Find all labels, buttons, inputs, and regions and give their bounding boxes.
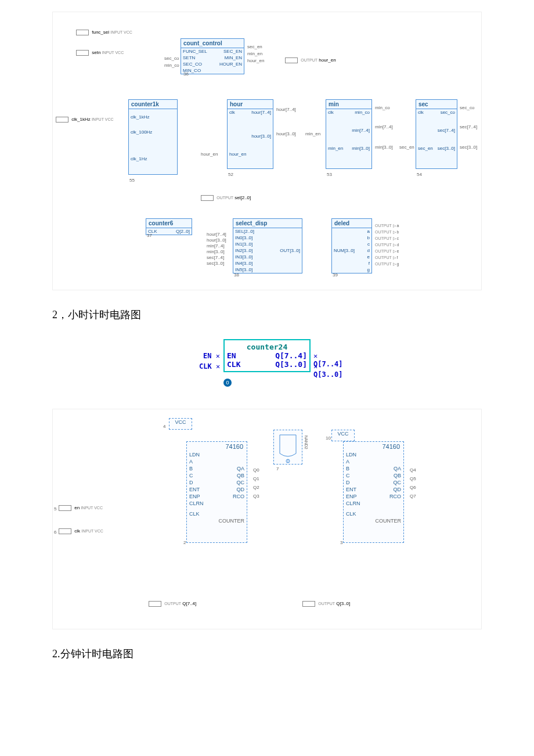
in-h74: hour[7..4]: [207, 232, 226, 237]
in-m74: min[7..4]: [207, 243, 225, 249]
ext-en: EN ✕: [203, 352, 220, 360]
id-vcc1: 4: [163, 424, 165, 429]
count-control-title: count_control: [181, 39, 244, 48]
q3: Q3: [253, 494, 259, 499]
id-0: 0: [223, 379, 232, 387]
pin-setn: setn INPUT VCC: [76, 50, 124, 56]
ext-clk: CLK ✕: [199, 362, 220, 370]
output-sel: OUTPUT sel[2..0]: [201, 195, 251, 201]
id-39: 39: [333, 272, 338, 278]
id-52: 52: [228, 172, 233, 177]
q0: Q0: [253, 467, 259, 473]
nand-icon: [274, 430, 302, 464]
q4: Q4: [410, 467, 416, 473]
chip-74160-left: 74160 LDN A BQA CQB DQC ENTQD ENPRCO CLR…: [186, 441, 247, 543]
wire-mco: min_co: [375, 105, 390, 110]
counter24-block: counter24 ENQ[7..4] CLKQ[3..0] EN ✕ CLK …: [192, 333, 342, 391]
pin-clk: clk INPUT VCC: [59, 528, 103, 534]
wire-h30: hour[3..0]: [276, 131, 296, 136]
block-counter6: counter6 CLKQ[2..0]: [146, 218, 192, 235]
heading-minute-circuit: 2.分钟计时电路图: [52, 647, 482, 661]
chip1-name: 74160: [187, 442, 247, 451]
top-schematic: func_sel INPUT VCC setn INPUT VCC clk_1k…: [52, 12, 482, 290]
select-disp-title: select_disp: [233, 219, 302, 228]
outputs-ag: OUTPUT ▷ a OUTPUT ▷ b OUTPUT ▷ c OUTPUT …: [375, 222, 399, 267]
block-count-control: count_control FUNC_SELSEC_EN SETNMIN_EN …: [181, 38, 244, 74]
wire-m74: min[7..4]: [375, 124, 393, 129]
in-h30: hour[3..0]: [207, 237, 226, 243]
id-en: 5: [54, 506, 56, 512]
heading-hour-circuit: 2，小时计时电路图: [52, 308, 482, 322]
output-q74: OUTPUT Q[7..4]: [149, 601, 196, 607]
circuit-74160: VCC 4 VCC 10 NAND2 7 74160 LDN A BQA CQB…: [52, 409, 482, 629]
id-chip2: 3: [340, 540, 342, 545]
in-s30: sec[3..0]: [207, 261, 224, 266]
id-clk: 6: [54, 530, 56, 535]
chip-74160-right: 74160 LDN A BQA CQB DQC ENTQD ENPRCO CLR…: [343, 441, 404, 543]
id-37: 37: [147, 233, 152, 238]
wire-sco: sec_co: [460, 105, 474, 110]
min-title: min: [326, 100, 371, 109]
output-hour-en: OUTPUT hour_en: [285, 57, 336, 63]
q7: Q7: [410, 494, 416, 499]
q6: Q6: [410, 485, 416, 490]
wire-h74: hour[7..4]: [276, 107, 296, 112]
wire-min-en: min_en: [247, 51, 262, 56]
q2: Q2: [253, 485, 259, 490]
wire-s74: sec[7..4]: [460, 124, 477, 129]
output-q30: OUTPUT Q[3..0]: [302, 601, 350, 607]
block-hour: hour clkhour[7..4] hour[3..0] hour_en: [227, 99, 273, 169]
pin-en: en INPUT VCC: [59, 505, 103, 511]
wire-sec-en: sec_en: [247, 44, 262, 49]
block-min: min clkmin_co min[7..4] min_enmin[3..0]: [326, 99, 372, 169]
q5: Q5: [410, 476, 416, 481]
block-counter1k: counter1k clk_1kHz clk_100Hz clk_1Hz: [128, 99, 178, 175]
wire-sec-en2: sec_en: [399, 145, 414, 150]
hour-title: hour: [228, 100, 273, 109]
wire-min-co: min_co: [164, 63, 179, 68]
wire-s30: sec[3..0]: [460, 145, 477, 150]
counter6-title: counter6: [146, 219, 192, 228]
id-vcc2: 10: [326, 435, 331, 441]
id-36: 36: [183, 71, 189, 77]
block-deled: deled a b c NUM[3..0]d e f g: [331, 218, 372, 273]
id-38: 38: [234, 272, 239, 278]
nand-gate: [273, 430, 302, 465]
id-55: 55: [129, 178, 135, 183]
pin-func-sel: func_sel INPUT VCC: [76, 30, 132, 35]
wire-min-en2: min_en: [305, 131, 320, 136]
vcc-1: VCC: [169, 418, 192, 430]
block-select-disp: select_disp SEL[2..0] IN0[3..0] IN1[3..0…: [233, 218, 302, 273]
counter24-title: counter24: [227, 343, 307, 351]
id-nand: 7: [276, 466, 279, 471]
id-chip1: 2: [183, 540, 186, 545]
wire-hour-en: hour_en: [247, 58, 264, 63]
counter1k-title: counter1k: [129, 100, 177, 109]
wire-m30: min[3..0]: [375, 145, 393, 150]
ext-q30: ✕ Q[3..0]: [313, 362, 343, 379]
block-sec: sec clksec_co sec[7..4] sec_ensec[3..0]: [416, 99, 457, 169]
wire-sec-co: sec_co: [164, 56, 179, 61]
pin-clk-1khz: clk_1kHz INPUT VCC: [56, 117, 114, 123]
in-m30: min[3..0]: [207, 249, 225, 254]
vcc-2: VCC: [331, 430, 355, 441]
id-53: 53: [327, 172, 332, 177]
chip2-name: 74160: [344, 442, 403, 451]
wire-hour-en2: hour_en: [201, 152, 218, 157]
nand-label: NAND2: [304, 435, 308, 449]
q1: Q1: [253, 476, 259, 481]
in-s74: sec[7..4]: [207, 255, 224, 260]
id-54: 54: [417, 172, 422, 177]
sec-title: sec: [416, 100, 457, 109]
deled-title: deled: [332, 219, 371, 228]
